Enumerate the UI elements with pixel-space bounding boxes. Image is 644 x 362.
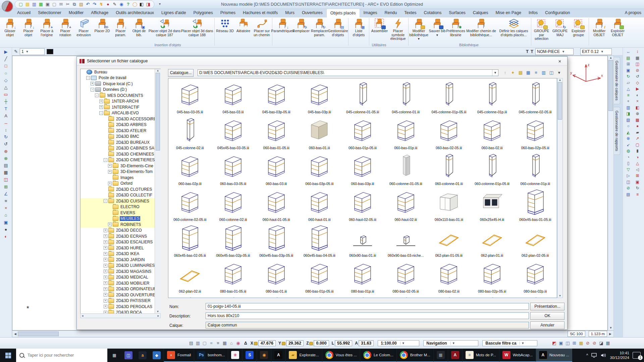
no-entry2-icon[interactable]: ⊘ (591, 341, 598, 346)
catalog-item-060-bas-02-iii[interactable]: 060-bas-02.iii (471, 114, 514, 150)
right-tool-icon[interactable]: ▶ (634, 86, 642, 92)
tree-item-bureau[interactable]: Bureau (80, 69, 160, 75)
right-tool-icon[interactable]: ● (634, 123, 642, 129)
ribbon-button-liste-d-objets[interactable]: ▦Liste d'objets (350, 18, 368, 37)
tree-item-oxford[interactable]: +Oxford (80, 181, 160, 187)
ribbon-button-exploser-groupe[interactable]: Exploser groupe (569, 18, 588, 37)
tree-item-2d-3d-medical[interactable]: +2D&3D MEDICAL (80, 275, 160, 281)
ribbon-button-modifier-objet[interactable]: /Modifier OBJET (590, 18, 608, 37)
details-view-icon[interactable]: ▥ (540, 70, 547, 76)
ribbon-button-modifier-bibliotheque[interactable]: Modifier bibliothèque ▾ (410, 18, 428, 41)
ribbon-button-glisser-objet[interactable]: ↓Glisser objet (1, 18, 19, 37)
ribbon-button-placer-objet[interactable]: ↓Placer objet (19, 18, 38, 37)
right-tool-icon[interactable]: ↻ (624, 74, 632, 80)
ribbon-button-groupe-par-selection[interactable]: GROUPE par sélection (532, 18, 551, 41)
mail-icon[interactable]: ✉ (58, 1, 64, 7)
taskbar-pinned-taskview[interactable]: ▦ (107, 349, 121, 362)
right-tool-icon[interactable]: ○ (624, 123, 632, 129)
right-tool-icon[interactable]: ▧ (624, 117, 632, 123)
taskbar-app-arc[interactable]: A (271, 349, 285, 362)
ribbon-button-placer-objet-3d-dans-calque-188[interactable]: Placer objet 3d dans calque 188 (181, 18, 213, 37)
dialog-title-bar[interactable]: Sélectionner un fichier catalogue × (77, 57, 567, 66)
tree-item-2d-3d-ecrans[interactable]: +2D&3D ECRANS (80, 233, 160, 239)
tab-infos[interactable]: Infos (525, 9, 541, 17)
right-tool-icon[interactable]: + (624, 99, 632, 105)
tree-item-2d-3d-ouvertures[interactable]: +2D&3D OUVERTURES (80, 292, 160, 298)
taskbar-app-dark[interactable]: ▦ (433, 349, 448, 362)
tree-item-3d-elements-cine[interactable]: +3D-Elements-Cine (80, 163, 160, 169)
catalog-item-062-plan-02-05-iii[interactable]: 062-plan-02-05.iii (514, 222, 557, 258)
grid-vscrollbar[interactable]: ▲▼ (557, 78, 563, 298)
right-tool-icon[interactable]: ↙ (624, 142, 632, 148)
tree-vscrollbar[interactable]: ▲▼ (155, 69, 161, 313)
volume-icon[interactable] (601, 353, 606, 358)
expand-icon[interactable]: + (104, 269, 107, 273)
catalog-item-080-bas-01-iii[interactable]: 080-bas-01.iii (255, 258, 298, 294)
right-tool-icon[interactable]: ◇ (634, 80, 642, 86)
text-tool2-icon[interactable]: T (531, 49, 533, 54)
tree-item-meubles[interactable]: MEUBLES (80, 216, 160, 222)
expand-icon[interactable]: + (104, 305, 107, 308)
tab-objets-places[interactable]: Objets placés (326, 9, 360, 17)
redo-icon[interactable]: ↷ (92, 1, 98, 7)
right-tool-icon[interactable]: ⊘ (624, 185, 632, 191)
tray-chevron-icon[interactable]: ^ (586, 353, 588, 358)
left-tool-icon[interactable]: ◐ (2, 234, 10, 240)
catalog-item-080-bas-02-iii[interactable]: 080-bas-02.iii (427, 258, 471, 294)
right-tool-icon[interactable]: ◐ (634, 93, 642, 99)
expand-icon[interactable]: + (108, 170, 112, 174)
tab-murs[interactable]: Murs (281, 9, 298, 17)
right-tool-icon[interactable]: ◁ (634, 167, 642, 173)
catalog-item-060-colonne-02-05-iii[interactable]: 060-colonne-02-05.iii (168, 186, 212, 222)
catalog-item-080-bas-01p-05-iii[interactable]: 080-bas-01p-05.iii (298, 258, 341, 294)
catalog-item-045-colonne-01-05-iii[interactable]: 045-colonne-01-05.iii (341, 78, 384, 114)
right-tool-icon[interactable]: ▱ (624, 80, 632, 86)
expand-icon[interactable]: + (108, 164, 112, 168)
tree-item-images[interactable]: Images (80, 175, 160, 181)
tree-item-2d-3d-atelier[interactable]: 2D&3D ATELIER (80, 128, 160, 134)
right-tool-icon[interactable]: ▥ (624, 105, 632, 111)
right-tool-icon[interactable]: ⊗ (624, 136, 632, 142)
canvas-vscrollbar[interactable]: ▲▼ (608, 56, 614, 330)
print-icon[interactable]: ▣ (45, 1, 51, 7)
catalog-item-060x90-bas-01-iii[interactable]: 060x90-bas-01.iii (341, 222, 384, 258)
tab-gestionnaire-rapports[interactable]: Gestionnaire de rapports (614, 107, 620, 155)
tree-item-2d-3d-patissier[interactable]: +2D&3D PATISSIER (80, 298, 160, 304)
ribbon-button-sauver-bib[interactable]: Sauver bib ▾ (428, 18, 446, 37)
table-icon[interactable]: ▦ (221, 341, 228, 346)
catalog-item-045-bas-03-iii[interactable]: 045-bas-03.iii (212, 78, 255, 114)
visibility-icon[interactable]: ◉ (118, 1, 124, 7)
open-file-icon[interactable]: ▤ (24, 1, 31, 7)
collapse-icon[interactable]: - (95, 94, 99, 97)
collapse-icon[interactable]: - (104, 199, 107, 203)
network-icon[interactable] (591, 353, 597, 358)
list-icon[interactable]: ≡ (215, 341, 221, 346)
right-tool-icon[interactable]: ▮ (634, 148, 642, 154)
ribbon-button-placer-objet-2d-dans-calque-187[interactable]: Placer objet 2d dans calque 187 (148, 18, 181, 37)
tab-rendu[interactable]: Rendu (381, 9, 401, 17)
tab-a-propos[interactable]: A propos (625, 9, 641, 17)
catalog-item-060x45-bas-03p-05-iii[interactable]: 060x45-bas-03p-05.iii (255, 222, 298, 258)
ribbon-button-preferences-librairie[interactable]: ✱Préférences librairie (446, 18, 465, 37)
new-document-icon[interactable]: ▢ (18, 1, 24, 7)
angle-field[interactable]: 31.63 (359, 340, 374, 346)
ribbon-button-placer-extrusion[interactable]: Placer extrusion (74, 18, 93, 37)
taskbar-app-photos[interactable]: ❀ (228, 349, 242, 362)
catalog-item-060-haut-01-05-iii[interactable]: 060-haut-01-05.iii (255, 186, 298, 222)
red-box-icon[interactable]: ◩ (551, 341, 557, 346)
left-tool-icon[interactable]: ╱ (2, 56, 10, 62)
left-tool-icon[interactable]: ↺ (2, 141, 10, 147)
taskbar-app-nouveau[interactable]: ANouveau ... (536, 349, 572, 362)
catalog-item-060-bas-01-05-iii[interactable]: 060-bas-01-05.iii (255, 114, 298, 150)
catalog-item-060x90-bas-03-niche[interactable]: 060x90-bas-03-niche... (384, 222, 427, 258)
scrollbar-thumb[interactable] (608, 60, 613, 111)
tree-item-eviers[interactable]: EVIERS (80, 210, 160, 216)
right-tool-icon[interactable]: ▰ (634, 130, 642, 136)
catalog-item-060-bas-01-iii[interactable]: 060-bas-01.iii (298, 114, 341, 150)
taskbar-app-bonhom[interactable]: Psbonhom... (194, 349, 228, 362)
catalog-item-062-plan-02-iii[interactable]: 062-plan-02.iii (168, 258, 212, 294)
tree-item-2d-3d-cabines-sau[interactable]: 2D&3D CABINES SAU (80, 145, 160, 152)
scrollbar-thumb[interactable] (558, 82, 562, 120)
scrollbar-thumb[interactable] (156, 73, 160, 150)
taskbar-pinned-teams[interactable]: ◫ (121, 349, 136, 362)
